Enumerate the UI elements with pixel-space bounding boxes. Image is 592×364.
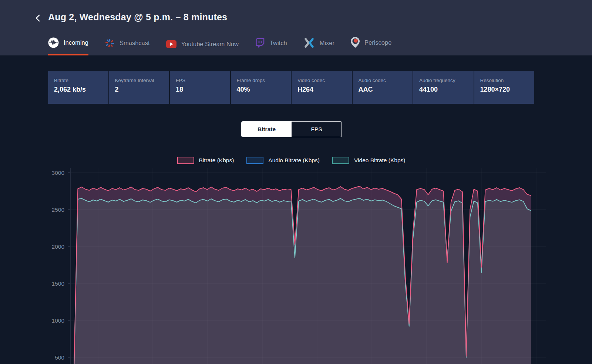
stats-card-row: Bitrate 2,062 kb/s Keyframe Interval 2 F…	[48, 71, 534, 104]
stat-value: 18	[176, 86, 224, 93]
stat-card-bitrate: Bitrate 2,062 kb/s	[48, 71, 108, 104]
stat-card-frame-drops: Frame drops 40%	[231, 71, 291, 104]
top-bar: Aug 2, Wednesday @ 5 p.m. – 8 minutes In…	[0, 0, 592, 55]
svg-text:1500: 1500	[52, 280, 65, 287]
toggle-fps-button[interactable]: FPS	[292, 122, 342, 137]
page-title: Aug 2, Wednesday @ 5 p.m. – 8 minutes	[48, 12, 227, 23]
toggle-bitrate-button[interactable]: Bitrate	[242, 122, 292, 137]
stat-value: 2	[115, 86, 164, 93]
svg-text:2500: 2500	[52, 207, 65, 213]
stat-value: AAC	[359, 86, 407, 93]
app: { "header": { "title": "Aug 2, Wednesday…	[0, 0, 592, 364]
stat-card-fps: FPS 18	[170, 71, 230, 104]
tab-label: Incoming	[64, 39, 88, 46]
svg-text:3000: 3000	[52, 170, 65, 176]
back-button[interactable]	[33, 13, 43, 23]
tab-mixer[interactable]: Mixer	[303, 33, 334, 55]
youtube-icon	[166, 40, 176, 48]
stat-label: Frame drops	[237, 78, 285, 83]
tab-label: Youtube Stream Now	[181, 41, 239, 48]
chevron-left-icon	[33, 13, 43, 23]
stat-label: Resolution	[480, 78, 529, 83]
tab-label: Mixer	[320, 40, 334, 47]
bitrate-chart[interactable]: 30002500200015001000500	[0, 163, 592, 364]
tab-label: Twitch	[270, 40, 287, 47]
stat-label: Bitrate	[54, 78, 102, 83]
twitch-icon	[255, 38, 265, 48]
stat-label: FPS	[176, 78, 224, 83]
stat-card-keyframe-interval: Keyframe Interval 2	[109, 71, 169, 104]
stat-label: Keyframe Interval	[115, 78, 164, 83]
stat-value: H264	[297, 86, 346, 93]
svg-text:2000: 2000	[52, 244, 65, 250]
smashcast-icon	[105, 38, 115, 48]
stat-value: 2,062 kb/s	[54, 86, 102, 93]
tab-smashcast[interactable]: Smashcast	[105, 33, 150, 55]
incoming-waveform-icon	[48, 37, 59, 48]
tab-label: Periscope	[364, 39, 391, 46]
stat-card-resolution: Resolution 1280×720	[474, 71, 535, 104]
stat-value: 1280×720	[480, 86, 529, 93]
stat-label: Audio codec	[359, 78, 407, 83]
stat-value: 44100	[419, 86, 468, 93]
tab-label: Smashcast	[120, 40, 150, 47]
stat-label: Audio frequency	[419, 78, 468, 83]
tab-incoming[interactable]: Incoming	[48, 32, 88, 55]
stat-value: 40%	[237, 86, 285, 93]
tab-youtube[interactable]: Youtube Stream Now	[166, 35, 239, 55]
mixer-icon	[303, 38, 315, 48]
metric-toggle: Bitrate FPS	[241, 121, 342, 137]
tab-twitch[interactable]: Twitch	[255, 33, 287, 55]
tab-bar: Incoming Smashcast	[48, 32, 391, 55]
tab-periscope[interactable]: Periscope	[351, 32, 391, 55]
periscope-icon	[351, 37, 360, 48]
stat-card-audio-codec: Audio codec AAC	[353, 71, 413, 104]
stat-card-video-codec: Video codec H264	[292, 71, 352, 104]
svg-text:500: 500	[55, 354, 64, 361]
stat-card-audio-frequency: Audio frequency 44100	[413, 71, 474, 104]
stat-label: Video codec	[297, 78, 346, 83]
svg-text:1000: 1000	[52, 317, 65, 324]
